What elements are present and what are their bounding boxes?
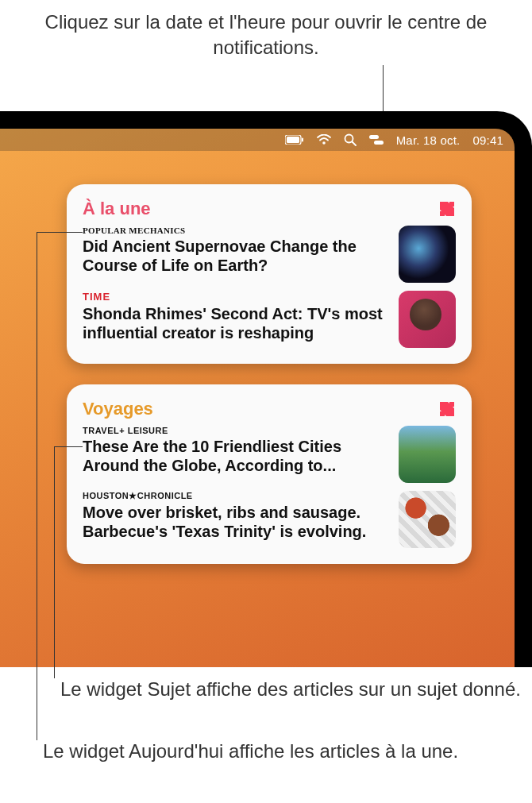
wifi-icon[interactable] xyxy=(317,134,331,145)
leader-line xyxy=(54,446,83,447)
desktop-screen: Mar. 18 oct. 09:41 À la une POPULAR MECH… xyxy=(0,129,515,667)
svg-line-5 xyxy=(352,142,356,146)
svg-rect-2 xyxy=(302,138,303,142)
leader-line xyxy=(37,232,83,233)
article-thumbnail xyxy=(399,226,456,283)
menubar: Mar. 18 oct. 09:41 xyxy=(0,129,515,151)
svg-rect-6 xyxy=(369,135,379,139)
article-thumbnail xyxy=(399,491,456,548)
article-thumbnail xyxy=(399,426,456,483)
widgets-column: À la une POPULAR MECHANICS Did Ancient S… xyxy=(67,184,472,564)
article-item[interactable]: POPULAR MECHANICS Did Ancient Supernovae… xyxy=(83,226,456,283)
callout-bottom-today: Le widget Aujourd'hui affiche les articl… xyxy=(43,739,458,763)
battery-icon[interactable] xyxy=(285,135,304,145)
article-headline: Shonda Rhimes' Second Act: TV's most inf… xyxy=(83,304,387,342)
svg-rect-8 xyxy=(440,211,445,216)
svg-rect-10 xyxy=(440,411,445,416)
widget-top-stories[interactable]: À la une POPULAR MECHANICS Did Ancient S… xyxy=(67,184,472,364)
callout-bottom-topic: Le widget Sujet affiche des articles sur… xyxy=(60,677,521,701)
widget-header: À la une xyxy=(83,199,456,219)
article-thumbnail xyxy=(399,291,456,348)
widget-title: À la une xyxy=(83,199,151,219)
svg-rect-7 xyxy=(374,141,384,145)
article-headline: Did Ancient Supernovae Change the Course… xyxy=(83,237,387,275)
article-body: TIME Shonda Rhimes' Second Act: TV's mos… xyxy=(83,291,387,342)
article-headline: These Are the 10 Friendliest Cities Arou… xyxy=(83,437,387,475)
search-icon[interactable] xyxy=(344,133,357,146)
svg-rect-11 xyxy=(449,402,454,407)
svg-rect-9 xyxy=(449,202,454,207)
article-item[interactable]: HOUSTON★CHRONICLE Move over brisket, rib… xyxy=(83,491,456,548)
svg-rect-1 xyxy=(287,137,299,143)
apple-news-icon xyxy=(438,400,456,418)
article-item[interactable]: TIME Shonda Rhimes' Second Act: TV's mos… xyxy=(83,291,456,348)
widget-header: Voyages xyxy=(83,399,456,419)
article-item[interactable]: TRAVEL+ LEISURE These Are the 10 Friendl… xyxy=(83,426,456,483)
widget-title: Voyages xyxy=(83,399,153,419)
article-source: HOUSTON★CHRONICLE xyxy=(83,491,387,501)
article-headline: Move over brisket, ribs and sausage. Bar… xyxy=(83,503,387,541)
widget-topic-travel[interactable]: Voyages TRAVEL+ LEISURE These Are the 10… xyxy=(67,384,472,564)
laptop-frame: Mar. 18 oct. 09:41 À la une POPULAR MECH… xyxy=(0,111,532,667)
article-source: TIME xyxy=(83,291,387,303)
leader-line xyxy=(37,232,37,740)
apple-news-icon xyxy=(438,200,456,218)
leader-line xyxy=(54,446,55,678)
article-body: HOUSTON★CHRONICLE Move over brisket, rib… xyxy=(83,491,387,541)
article-body: POPULAR MECHANICS Did Ancient Supernovae… xyxy=(83,226,387,275)
control-center-icon[interactable] xyxy=(369,135,384,145)
menubar-time[interactable]: 09:41 xyxy=(472,133,503,147)
menubar-date[interactable]: Mar. 18 oct. xyxy=(396,133,461,147)
article-source: TRAVEL+ LEISURE xyxy=(83,426,387,435)
article-body: TRAVEL+ LEISURE These Are the 10 Friendl… xyxy=(83,426,387,475)
callout-top: Cliquez sur la date et l'heure pour ouvr… xyxy=(0,0,532,66)
article-source: POPULAR MECHANICS xyxy=(83,226,387,235)
svg-point-3 xyxy=(322,141,326,145)
